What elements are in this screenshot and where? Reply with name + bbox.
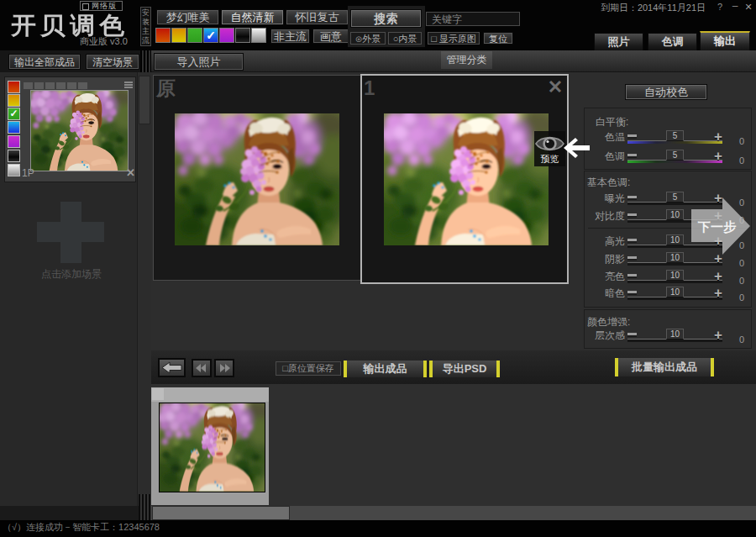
svg-text:下一步: 下一步 bbox=[697, 219, 737, 234]
